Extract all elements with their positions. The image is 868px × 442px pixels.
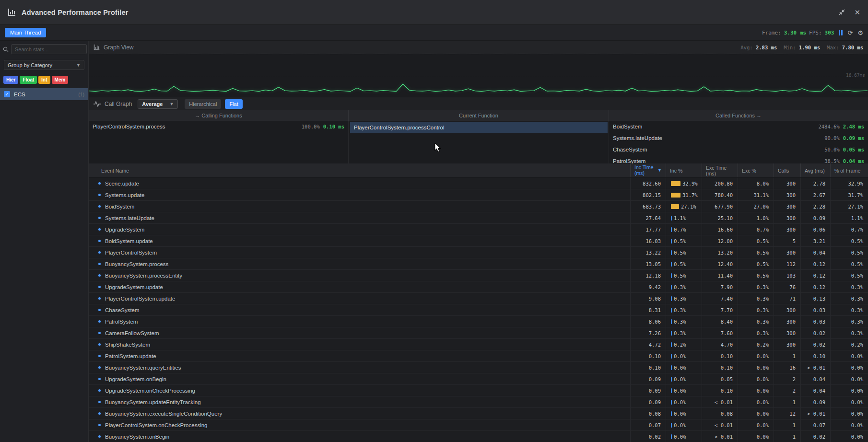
col-header-calling: → Calling Functions	[89, 110, 349, 121]
frame-time-graph[interactable]: 16.67ms	[89, 54, 868, 97]
cell-inc-time: 0.09	[631, 373, 666, 384]
event-name: CameraFollowSystem	[105, 330, 159, 336]
cell-frame-pct: 0.3%	[831, 327, 868, 338]
cell-frame-pct: 31.7%	[831, 189, 868, 200]
collapse-button[interactable]	[838, 9, 845, 16]
cell-avg: 0.02	[801, 339, 831, 350]
header-inc-time[interactable]: Inc Time (ms)▼	[631, 163, 666, 177]
table-row[interactable]: BuoyancySystem.onBegin0.020.0%< 0.010.0%…	[89, 431, 868, 442]
cell-inc-time: 4.72	[631, 339, 666, 350]
header-exc-pct[interactable]: Exc %	[738, 163, 774, 177]
header-avg[interactable]: Avg (ms)	[801, 163, 831, 177]
event-bullet-icon	[98, 355, 101, 357]
cell-avg: 0.03	[801, 304, 831, 315]
inc-pct-bar	[671, 250, 672, 255]
bar-chart-icon	[8, 8, 16, 16]
cell-avg: 2.78	[801, 178, 831, 189]
cell-calls: 300	[774, 327, 801, 338]
thread-bar: Main Thread Frame: 3.30 ms FPS: 303 ⟳ ⚙	[0, 25, 868, 41]
table-row[interactable]: BoidSystem.update16.030.5%12.000.5%53.21…	[89, 235, 868, 247]
event-bullet-icon	[98, 389, 101, 392]
table-row[interactable]: ChaseSystem8.310.3%7.700.3%3000.030.3%	[89, 304, 868, 316]
inc-pct-bar	[671, 285, 672, 290]
cell-inc-pct: 0.3%	[666, 304, 702, 315]
event-name: PatrolSystem.update	[105, 353, 156, 359]
cell-exc-pct: 0.5%	[738, 270, 774, 281]
calling-function-row[interactable]: PlayerControlSystem.process100.0%0.10 ms	[89, 121, 348, 132]
table-row[interactable]: PatrolSystem.update0.100.0%0.100.0%10.10…	[89, 350, 868, 362]
table-row[interactable]: PlayerControlSystem.update9.080.3%7.400.…	[89, 293, 868, 304]
table-row[interactable]: Systems.lateUpdate27.641.1%25.101.0%3000…	[89, 212, 868, 224]
inc-pct-bar	[671, 204, 679, 209]
cell-inc-time: 16.03	[631, 235, 666, 246]
cell-calls: 300	[774, 339, 801, 350]
table-row[interactable]: Scene.update832.6032.9%200.808.0%3002.78…	[89, 178, 868, 189]
search-input[interactable]	[11, 44, 87, 54]
cell-frame-pct: 0.0%	[831, 350, 868, 361]
table-row[interactable]: BuoyancySystem.processEntity12.180.5%11.…	[89, 270, 868, 281]
header-exc-time[interactable]: Exc Time (ms)	[702, 163, 738, 177]
cell-inc-pct: 0.0%	[666, 396, 702, 407]
table-row[interactable]: PatrolSystem8.060.3%8.400.3%3000.030.3%	[89, 316, 868, 327]
cell-exc-pct: 1.0%	[738, 212, 774, 223]
table-row[interactable]: UpgradeSystem.update9.420.3%7.900.3%760.…	[89, 281, 868, 293]
cell-calls: 300	[774, 201, 801, 212]
cell-inc-time: 683.73	[631, 201, 666, 212]
table-row[interactable]: PlayerControlSystem.onCheckProcessing0.0…	[89, 419, 868, 431]
cell-exc-pct: 31.1%	[738, 189, 774, 200]
flat-button[interactable]: Flat	[225, 99, 242, 109]
table-row[interactable]: BuoyancySystem.executeSingleConditionQue…	[89, 408, 868, 419]
table-row[interactable]: CameraFollowSystem7.260.3%7.600.3%3000.0…	[89, 327, 868, 339]
refresh-button[interactable]: ⟳	[847, 29, 853, 36]
search-icon	[3, 47, 9, 52]
filter-chip-mem[interactable]: Mem	[52, 76, 69, 84]
cell-inc-pct: 0.0%	[666, 350, 702, 361]
aggregation-select[interactable]: Average ▼	[138, 99, 178, 109]
current-function-cell[interactable]: PlayerControlSystem.processControl	[350, 122, 608, 133]
table-row[interactable]: BuoyancySystem.updateEntityTracking0.090…	[89, 396, 868, 408]
table-row[interactable]: UpgradeSystem.onCheckProcessing0.090.0%0…	[89, 385, 868, 396]
filter-chip-int[interactable]: Int	[38, 76, 50, 84]
table-row[interactable]: BoidSystem683.7327.1%677.9027.0%3002.282…	[89, 201, 868, 212]
table-row[interactable]: Systems.update802.1531.7%780.4031.1%3002…	[89, 189, 868, 201]
table-row[interactable]: UpgradeSystem.onBegin0.090.0%0.050.0%20.…	[89, 373, 868, 385]
settings-button[interactable]: ⚙	[857, 29, 863, 36]
header-calls[interactable]: Calls	[774, 163, 801, 177]
hierarchical-button[interactable]: Hierarchical	[185, 99, 221, 109]
filter-chip-hier[interactable]: Hier	[3, 76, 18, 84]
called-function-row[interactable]: ChaseSystem50.0%0.05 ms	[609, 144, 868, 155]
close-button[interactable]: ✕	[854, 8, 860, 17]
inc-pct-bar	[671, 227, 672, 232]
function-stats: 2484.6%2.48 ms	[818, 124, 864, 129]
called-function-row[interactable]: BoidSystem2484.6%2.48 ms	[609, 121, 868, 132]
filter-chip-float[interactable]: Float	[20, 76, 37, 84]
table-row[interactable]: UpgradeSystem17.770.7%16.600.7%3000.060.…	[89, 224, 868, 235]
header-frame-pct[interactable]: % of Frame	[831, 163, 868, 177]
pause-button[interactable]	[839, 30, 843, 35]
sidebar-item-ecs[interactable]: ✓ ECS (1)	[0, 88, 88, 100]
cell-exc-pct: 0.5%	[738, 247, 774, 258]
ecs-checkbox[interactable]: ✓	[4, 91, 10, 97]
called-function-row[interactable]: PatrolSystem38.5%0.04 ms	[609, 155, 868, 163]
cell-exc-pct: 0.0%	[738, 385, 774, 396]
chevron-down-icon: ▼	[169, 102, 174, 106]
group-by-select[interactable]: Group by Category ▼	[4, 60, 84, 70]
header-event-name[interactable]: Event Name	[89, 163, 631, 177]
called-function-row[interactable]: Systems.lateUpdate90.0%0.09 ms	[609, 132, 868, 144]
cell-inc-time: 13.05	[631, 258, 666, 269]
inc-pct-bar	[671, 216, 672, 221]
function-stats: 50.0%0.05 ms	[824, 147, 864, 152]
cell-exc-pct: 0.7%	[738, 224, 774, 235]
cell-inc-pct: 0.0%	[666, 431, 702, 442]
tab-main-thread[interactable]: Main Thread	[5, 28, 46, 37]
event-name: Scene.update	[105, 181, 139, 186]
cell-inc-time: 832.60	[631, 178, 666, 189]
cell-exc-pct: 0.0%	[738, 350, 774, 361]
cell-calls: 300	[774, 178, 801, 189]
header-inc-pct[interactable]: Inc %	[666, 163, 702, 177]
table-row[interactable]: PlayerControlSystem13.220.5%13.200.5%300…	[89, 247, 868, 258]
table-row[interactable]: BuoyancySystem.process13.050.5%12.400.5%…	[89, 258, 868, 270]
table-row[interactable]: ShipShakeSystem4.720.2%4.700.2%3000.020.…	[89, 339, 868, 350]
table-row[interactable]: BuoyancySystem.queryEntities0.100.0%0.10…	[89, 362, 868, 373]
event-bullet-icon	[98, 297, 101, 300]
